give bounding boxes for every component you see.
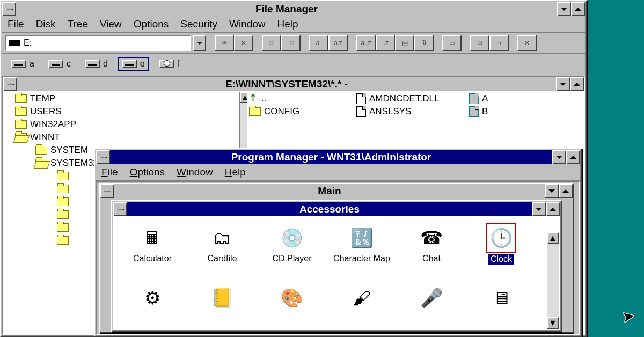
app-unknown[interactable]: 🎤 xyxy=(397,285,466,311)
app-calculator[interactable]: 🖩 Calculator xyxy=(118,225,187,265)
app-chat[interactable]: ☎ Chat xyxy=(397,225,466,265)
menu-file[interactable]: File xyxy=(101,166,118,178)
program-manager-titlebar[interactable]: Program Manager - WNT31\Administrator xyxy=(96,150,580,164)
tool-view-details[interactable]: a.z xyxy=(328,35,348,51)
app-unknown[interactable]: 🎨 xyxy=(257,285,327,311)
minimize-button[interactable] xyxy=(532,202,546,216)
system-menu-button[interactable] xyxy=(96,150,110,164)
app-cd-player[interactable]: 💿 CD Player xyxy=(257,225,327,265)
menu-options[interactable]: Options xyxy=(130,166,165,178)
menu-tree[interactable]: Tree xyxy=(68,18,88,30)
file-icon xyxy=(469,93,479,104)
system-menu-button[interactable] xyxy=(2,2,16,16)
drive-a[interactable]: a xyxy=(8,57,38,71)
app-icon: 🎨 xyxy=(279,285,305,311)
tool-sort-size[interactable]: ▤ xyxy=(395,35,414,51)
app-cardfile[interactable]: 🗂 Cardfile xyxy=(187,225,257,265)
tool-view-names[interactable]: a- xyxy=(309,35,328,51)
tool-sort-type[interactable]: ..z xyxy=(376,35,395,51)
list-item[interactable]: CONFIG xyxy=(264,106,299,117)
minimize-button[interactable] xyxy=(545,184,559,198)
drive-c[interactable]: c xyxy=(45,57,75,71)
tree-node[interactable]: SYSTEM32 xyxy=(50,158,98,169)
app-unknown[interactable]: 🖌 xyxy=(327,285,397,311)
menu-options[interactable]: Options xyxy=(134,18,169,30)
menu-file[interactable]: File xyxy=(8,18,24,30)
phone-icon: ☎ xyxy=(419,225,444,251)
program-icon-grid: 🖩 Calculator 🗂 Cardfile 💿 CD Player xyxy=(113,216,560,267)
program-manager-menubar: File Options Window Help xyxy=(96,164,580,181)
cardfile-icon: 🗂 xyxy=(209,225,235,251)
microphone-icon: 🎤 xyxy=(419,285,444,311)
folder-icon xyxy=(57,210,69,219)
menu-view[interactable]: View xyxy=(100,18,122,30)
minimize-button[interactable] xyxy=(557,2,571,16)
drive-e[interactable]: e xyxy=(118,57,149,71)
child-minimize[interactable] xyxy=(556,77,570,91)
tree-node[interactable]: USERS xyxy=(30,106,62,117)
list-item[interactable]: A xyxy=(482,93,488,104)
tree-node[interactable]: WINNT xyxy=(30,132,60,143)
app-unknown[interactable]: 🖥 xyxy=(466,285,536,311)
accessories-group-titlebar[interactable]: Accessories xyxy=(113,202,560,216)
drive-combo[interactable]: E: xyxy=(5,35,191,51)
system-menu-button[interactable] xyxy=(113,202,127,216)
folder-icon xyxy=(15,120,27,129)
file-manager-titlebar[interactable]: File Manager xyxy=(2,2,585,16)
file-icon xyxy=(469,106,479,117)
up-directory-icon[interactable]: 🡑 xyxy=(249,93,258,104)
app-unknown[interactable]: 📒 xyxy=(187,285,257,311)
app-character-map[interactable]: 🔣 Character Map xyxy=(327,225,397,265)
tree-node[interactable]: SYSTEM xyxy=(50,145,88,156)
folder-open-icon xyxy=(15,133,27,142)
tree-node[interactable]: WIN32APP xyxy=(30,119,76,130)
list-item[interactable]: AMDNCDET.DLL xyxy=(369,93,439,104)
app-unknown[interactable]: ⚙ xyxy=(118,285,187,311)
accessories-scrollbar[interactable]: ▲ ▼ xyxy=(547,232,559,329)
tool-share[interactable]: ☞ xyxy=(262,35,281,51)
maximize-button[interactable] xyxy=(566,150,580,164)
maximize-button[interactable] xyxy=(571,2,585,16)
system-menu-button[interactable] xyxy=(100,184,114,198)
folder-icon xyxy=(57,197,69,206)
maximize-button[interactable] xyxy=(546,202,560,216)
maximize-button[interactable] xyxy=(559,184,573,198)
drive-d[interactable]: d xyxy=(81,57,112,71)
list-item[interactable]: ANSI.SYS xyxy=(369,106,411,117)
tool-sort-name[interactable]: a..z xyxy=(356,35,376,51)
folder-icon xyxy=(57,236,69,245)
tool-disconnect-drive[interactable]: ✕ xyxy=(234,35,253,51)
tool-sort-date[interactable]: 🗓 xyxy=(414,35,434,51)
menu-window[interactable]: Window xyxy=(177,166,213,178)
folder-icon xyxy=(15,94,27,103)
drive-combo-dropdown[interactable] xyxy=(193,35,206,51)
drive-icon xyxy=(9,40,20,46)
main-group-titlebar[interactable]: Main xyxy=(100,184,573,198)
tool-delete[interactable]: ✕ xyxy=(517,35,537,51)
menu-help[interactable]: Help xyxy=(225,166,246,178)
menu-help[interactable]: Help xyxy=(277,18,298,30)
notepad-icon: 📒 xyxy=(209,285,235,311)
list-item[interactable]: B xyxy=(482,106,488,117)
calculator-icon: 🖩 xyxy=(140,225,165,251)
menu-window[interactable]: Window xyxy=(229,18,266,30)
directory-window-titlebar[interactable]: E:\WINNT\SYSTEM32\*.* - xyxy=(3,77,584,91)
menu-security[interactable]: Security xyxy=(180,18,217,30)
scroll-up-icon[interactable]: ▲ xyxy=(547,232,559,244)
tool-new-window[interactable]: ▭ xyxy=(442,35,462,51)
menu-disk[interactable]: Disk xyxy=(36,18,56,30)
child-maximize[interactable] xyxy=(570,77,584,91)
tree-node[interactable]: TEMP xyxy=(30,93,55,104)
app-clock[interactable]: 🕒 Clock xyxy=(466,225,536,265)
file-icon xyxy=(356,106,366,117)
tool-connect-drive[interactable]: ⚮ xyxy=(215,35,234,51)
tool-copy[interactable]: ⧉ xyxy=(470,35,489,51)
drive-f[interactable]: f xyxy=(155,57,183,71)
scroll-down-icon[interactable]: ▼ xyxy=(547,317,559,329)
cd-icon: 💿 xyxy=(279,225,305,251)
child-system-menu[interactable] xyxy=(3,77,17,91)
accessories-group-window: Accessories 🖩 Calculator 🗂 C xyxy=(111,200,562,332)
tool-move[interactable]: ⇢ xyxy=(489,35,509,51)
tool-stop-share[interactable]: ☜ xyxy=(281,35,301,51)
minimize-button[interactable] xyxy=(552,150,566,164)
